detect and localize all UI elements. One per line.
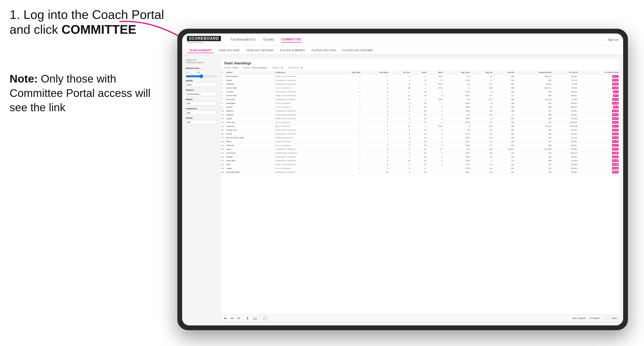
cell-adj-score: 279.6 bbox=[444, 159, 471, 163]
nav-teams[interactable]: TEAMS bbox=[263, 37, 274, 42]
gender-select[interactable]: Men's Women's bbox=[186, 83, 217, 87]
school-select[interactable]: (All) bbox=[186, 120, 217, 124]
cell-vs-top50-points: 73.7 bbox=[578, 90, 620, 94]
cell-rank: 18 bbox=[220, 140, 225, 144]
cell-avg-sg: -0.4 bbox=[471, 163, 493, 167]
cell-vs-top50-points: 48.38 bbox=[578, 167, 620, 170]
division-select[interactable]: NCAA Division I bbox=[186, 92, 217, 96]
cell-overall-record: 258 bbox=[515, 132, 552, 136]
tab-team-h2h-heatmap[interactable]: TEAM H2H HEATMAP bbox=[244, 48, 276, 53]
cell-wins: 2 bbox=[427, 121, 444, 124]
cell-low-sg: 1.55 bbox=[493, 136, 515, 140]
table-row: 6Florida StateAtlantic Coast Conference—… bbox=[220, 94, 620, 98]
col-no-tour: No Tour bbox=[389, 70, 411, 75]
tab-player-h2h-heatmap[interactable]: PLAYER H2H HEATMAP bbox=[340, 48, 376, 53]
min-rounds-input[interactable] bbox=[186, 70, 195, 74]
cell-wins: 1 bbox=[427, 155, 444, 159]
region-select[interactable]: N/A All bbox=[186, 101, 217, 106]
cell-no-tour: 8 bbox=[389, 136, 411, 140]
cell-rank: 14 bbox=[220, 124, 225, 128]
table-row: 17East Tennessee StateSouthern Conferenc… bbox=[220, 136, 620, 140]
cell-rnds: 2 bbox=[411, 124, 427, 128]
cell-rank: 6 bbox=[220, 94, 225, 98]
cell-conference: Pac-12 Conference bbox=[274, 86, 334, 90]
cell-vs-top50-points: 58.71 bbox=[578, 124, 620, 128]
cell-vs-top25: 60-39-2 bbox=[552, 170, 578, 174]
cell-conference: Southeastern Conference bbox=[274, 170, 334, 174]
cell-vs-top50-points: 57.34 bbox=[578, 140, 620, 144]
table-row: 15Georgia TechAtlantic Coast Conference—… bbox=[220, 128, 620, 132]
cell-wins: 274.2 bbox=[427, 86, 444, 90]
toolbar-share-link[interactable]: Share bbox=[612, 317, 617, 320]
cell-avg-sg: -5.1 bbox=[471, 136, 493, 140]
cell-rnds: 23 bbox=[411, 109, 427, 113]
cell-vs-top25: 76-26-1 bbox=[552, 128, 578, 132]
rounds-slider[interactable] bbox=[186, 75, 217, 78]
cell-avg-sg: 2.7 bbox=[471, 75, 493, 78]
cell-low-sg: 1.9 bbox=[493, 113, 515, 117]
cell-avg-sg: -2 bbox=[471, 159, 493, 163]
cell-low-sg: 2.37 bbox=[493, 90, 515, 94]
toolbar-expand[interactable]: ⛶ bbox=[604, 316, 610, 321]
meta-region: Region: All bbox=[272, 66, 283, 69]
cell-adj-score: 278.1 bbox=[444, 136, 471, 140]
toolbar-share-btn[interactable]: ⬆ bbox=[245, 316, 250, 321]
cell-conf-rank: 2 bbox=[362, 82, 389, 86]
cell-wins: 2 bbox=[427, 128, 444, 132]
nav-committee[interactable]: COMMITTEE bbox=[282, 37, 302, 43]
tab-player-h2h-grid[interactable]: PLAYER H2H GRID bbox=[309, 48, 339, 53]
cell-avg-sg: -5 bbox=[471, 90, 493, 94]
cell-conf-rank: 2 bbox=[362, 101, 389, 105]
nav-sign-out[interactable]: Sign out bbox=[604, 38, 618, 41]
toolbar-view[interactable]: View: Original bbox=[572, 317, 585, 320]
cell-adj-score: 276.9 bbox=[444, 121, 471, 124]
cell-rank: 8 bbox=[220, 101, 225, 105]
cell-adj-score: 279.1 bbox=[444, 140, 471, 144]
cell-school: Arizona bbox=[225, 105, 274, 109]
cell-conf-rank: 3 bbox=[362, 90, 389, 94]
cell-overall-record: 267 bbox=[515, 136, 552, 140]
data-table[interactable]: # School Conference Reg. Rank Conf Rank … bbox=[220, 70, 620, 314]
table-row: 24DukeAtlantic Coast Conference—59271279… bbox=[220, 163, 620, 167]
cell-wins: 279.5 bbox=[427, 98, 444, 101]
cell-reg-rank: — bbox=[334, 109, 362, 113]
cell-conference: Southeastern Conference bbox=[274, 98, 334, 101]
toolbar-forward[interactable]: ➡ bbox=[230, 316, 234, 321]
cell-conference: Southeastern Conference bbox=[274, 147, 334, 151]
app-navbar: SCOREBOARD Powered by clippd TOURNAMENTS… bbox=[182, 33, 623, 46]
table-row: 4Arizona StatePac-12 Conference—1261274.… bbox=[220, 86, 620, 90]
cell-school: Illinois bbox=[225, 140, 274, 144]
cell-low-sg: 1.28 bbox=[493, 155, 515, 159]
cell-overall-record: 95-6-0 bbox=[515, 82, 552, 86]
highlight-badge: 55.66 bbox=[612, 152, 618, 154]
cell-school: East Tennessee State bbox=[225, 136, 274, 140]
toolbar-clock[interactable]: 🕐 bbox=[262, 316, 268, 321]
cell-rnds: 18 bbox=[411, 90, 427, 94]
max-rounds-input[interactable] bbox=[196, 70, 206, 74]
cell-wins: 6 bbox=[427, 117, 444, 121]
scoreboard-logo: SCOREBOARD Powered by clippd bbox=[187, 36, 221, 43]
cell-reg-rank: — bbox=[334, 105, 362, 109]
cell-low-sg: 1.39 bbox=[493, 163, 515, 167]
toolbar-watch[interactable]: 👁 Watch ▾ bbox=[589, 317, 600, 320]
cell-reg-rank: — bbox=[334, 167, 362, 170]
cell-conf-rank: 4 bbox=[362, 128, 389, 132]
cell-rnds: 26 bbox=[411, 128, 427, 132]
cell-vs-top50-points: 65.71 bbox=[578, 98, 620, 101]
tab-team-h2h-grid[interactable]: TEAM H2H GRID bbox=[216, 48, 242, 53]
cell-rank: 10 bbox=[220, 109, 225, 113]
cell-vs-top25: 42-16-0 bbox=[552, 75, 578, 78]
tab-team-summary[interactable]: TEAM SUMMARY bbox=[187, 48, 214, 53]
tab-player-summary[interactable]: PLAYER SUMMARY bbox=[278, 48, 308, 53]
toolbar-back[interactable]: ⬅ bbox=[223, 316, 228, 321]
table-row: 18IllinoisBig Ten Conference—18231279.1-… bbox=[220, 140, 620, 144]
cell-overall-record: 270 bbox=[515, 170, 552, 174]
meta-gender: Gender: Men's bbox=[224, 66, 238, 69]
table-row: 25OregonPac-12 Conference—5921279.5-3.11… bbox=[220, 167, 620, 170]
toolbar-reload[interactable]: ⟳ bbox=[236, 316, 241, 321]
cell-reg-rank: — bbox=[334, 163, 362, 167]
toolbar-bookmark[interactable]: 📖 bbox=[252, 316, 258, 321]
cell-adj-score: 276.3 bbox=[444, 101, 471, 105]
nav-tournaments[interactable]: TOURNAMENTS bbox=[230, 37, 256, 42]
conference-select[interactable]: (All) bbox=[186, 111, 217, 115]
